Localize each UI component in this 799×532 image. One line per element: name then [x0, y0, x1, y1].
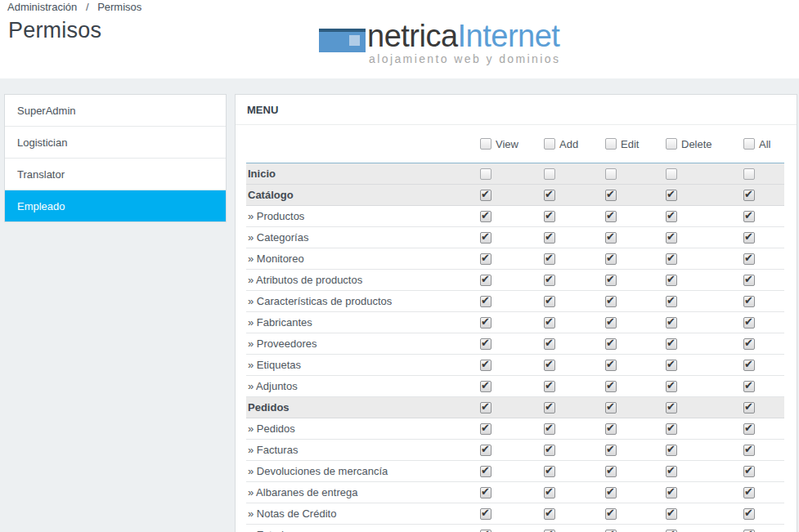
checkbox-categorias-delete[interactable]	[666, 232, 677, 244]
company-logo[interactable]: netricaInternet alojamiento web y domini…	[319, 20, 560, 65]
header-checkbox-edit[interactable]	[605, 138, 617, 150]
checkbox-atributos-de-productos-add[interactable]	[544, 275, 555, 286]
checkbox-fabricantes-add[interactable]	[544, 317, 555, 329]
sidebar-item-logistician[interactable]: Logistician	[5, 127, 226, 159]
checkbox-atributos-de-productos-edit[interactable]	[605, 275, 617, 286]
checkbox-adjuntos-add[interactable]	[544, 381, 555, 392]
checkbox-pedidos-edit[interactable]	[605, 423, 617, 435]
row-label: » Atributos de productos	[246, 270, 479, 291]
checkbox-notas-de-credito-view[interactable]	[480, 508, 492, 520]
row-label: » Fabricantes	[246, 312, 479, 333]
checkbox-devoluciones-de-mercancia-delete[interactable]	[666, 466, 677, 477]
checkbox-monitoreo-all[interactable]	[743, 253, 755, 265]
checkbox-facturas-add[interactable]	[544, 445, 555, 456]
checkbox-inicio-edit[interactable]	[605, 168, 617, 180]
checkbox-devoluciones-de-mercancia-view[interactable]	[480, 466, 492, 477]
header-checkbox-view[interactable]	[480, 138, 492, 150]
checkbox-monitoreo-delete[interactable]	[666, 253, 677, 265]
checkbox-notas-de-credito-delete[interactable]	[666, 508, 677, 520]
checkbox-etiquetas-add[interactable]	[544, 360, 555, 371]
checkbox-pedidos-view[interactable]	[480, 402, 492, 414]
checkbox-categorias-all[interactable]	[743, 232, 755, 244]
checkbox-inicio-delete[interactable]	[666, 168, 677, 180]
checkbox-facturas-all[interactable]	[743, 445, 755, 456]
checkbox-monitoreo-view[interactable]	[480, 253, 492, 265]
checkbox-pedidos-delete[interactable]	[666, 423, 677, 435]
checkbox-caracteristicas-de-productos-add[interactable]	[544, 296, 555, 307]
checkbox-adjuntos-view[interactable]	[480, 381, 492, 392]
checkbox-productos-all[interactable]	[743, 211, 755, 222]
checkbox-etiquetas-all[interactable]	[743, 360, 755, 371]
checkbox-devoluciones-de-mercancia-add[interactable]	[544, 466, 555, 477]
checkbox-albaranes-de-entrega-edit[interactable]	[605, 487, 617, 498]
checkbox-albaranes-de-entrega-all[interactable]	[743, 487, 755, 498]
checkbox-proveedores-edit[interactable]	[605, 338, 617, 350]
checkbox-facturas-view[interactable]	[480, 445, 492, 456]
checkbox-notas-de-credito-edit[interactable]	[605, 508, 617, 520]
checkbox-caracteristicas-de-productos-delete[interactable]	[666, 296, 677, 307]
checkbox-inicio-add[interactable]	[544, 168, 555, 180]
checkbox-categorias-add[interactable]	[544, 232, 555, 244]
checkbox-caracteristicas-de-productos-edit[interactable]	[605, 296, 617, 307]
column-header-all: All	[743, 125, 784, 163]
checkbox-atributos-de-productos-view[interactable]	[480, 275, 492, 286]
breadcrumb-current-permisos[interactable]: Permisos	[97, 1, 141, 13]
checkbox-catalogo-delete[interactable]	[666, 190, 677, 201]
checkbox-pedidos-add[interactable]	[544, 423, 555, 435]
checkbox-pedidos-delete[interactable]	[666, 402, 677, 414]
checkbox-categorias-edit[interactable]	[605, 232, 617, 244]
checkbox-pedidos-add[interactable]	[544, 402, 555, 414]
checkbox-pedidos-all[interactable]	[743, 402, 755, 414]
checkbox-catalogo-edit[interactable]	[605, 190, 617, 201]
checkbox-productos-view[interactable]	[480, 211, 492, 222]
checkbox-catalogo-add[interactable]	[544, 190, 555, 201]
checkbox-devoluciones-de-mercancia-edit[interactable]	[605, 466, 617, 477]
checkbox-albaranes-de-entrega-delete[interactable]	[666, 487, 677, 498]
sidebar-item-superadmin[interactable]: SuperAdmin	[5, 95, 226, 127]
sidebar-item-translator[interactable]: Translator	[5, 159, 226, 190]
checkbox-catalogo-view[interactable]	[480, 190, 492, 201]
checkbox-albaranes-de-entrega-add[interactable]	[544, 487, 555, 498]
checkbox-etiquetas-view[interactable]	[480, 360, 492, 371]
checkbox-proveedores-add[interactable]	[544, 338, 555, 350]
checkbox-categorias-view[interactable]	[480, 232, 492, 244]
checkbox-atributos-de-productos-delete[interactable]	[666, 275, 677, 286]
checkbox-proveedores-view[interactable]	[480, 338, 492, 350]
checkbox-productos-edit[interactable]	[605, 211, 617, 222]
checkbox-fabricantes-all[interactable]	[743, 317, 755, 329]
checkbox-inicio-view[interactable]	[480, 168, 492, 180]
checkbox-fabricantes-edit[interactable]	[605, 317, 617, 329]
checkbox-pedidos-view[interactable]	[480, 423, 492, 435]
checkbox-fabricantes-view[interactable]	[480, 317, 492, 329]
checkbox-caracteristicas-de-productos-view[interactable]	[480, 296, 492, 307]
checkbox-adjuntos-edit[interactable]	[605, 381, 617, 392]
checkbox-pedidos-edit[interactable]	[605, 402, 617, 414]
sidebar-item-empleado[interactable]: Empleado	[5, 190, 226, 221]
header-checkbox-add[interactable]	[544, 138, 555, 150]
checkbox-adjuntos-delete[interactable]	[666, 381, 677, 392]
breadcrumb-link-administracion[interactable]: Administración	[7, 1, 77, 13]
checkbox-etiquetas-edit[interactable]	[605, 360, 617, 371]
checkbox-facturas-delete[interactable]	[666, 445, 677, 456]
checkbox-albaranes-de-entrega-view[interactable]	[480, 487, 492, 498]
checkbox-fabricantes-delete[interactable]	[666, 317, 677, 329]
checkbox-productos-delete[interactable]	[666, 211, 677, 222]
checkbox-notas-de-credito-add[interactable]	[544, 508, 555, 520]
checkbox-catalogo-all[interactable]	[743, 190, 755, 201]
checkbox-adjuntos-all[interactable]	[743, 381, 755, 392]
checkbox-monitoreo-add[interactable]	[544, 253, 555, 265]
checkbox-caracteristicas-de-productos-all[interactable]	[743, 296, 755, 307]
checkbox-facturas-edit[interactable]	[605, 445, 617, 456]
header-checkbox-all[interactable]	[743, 138, 755, 150]
checkbox-inicio-all[interactable]	[743, 168, 755, 180]
checkbox-notas-de-credito-all[interactable]	[743, 508, 755, 520]
checkbox-etiquetas-delete[interactable]	[666, 360, 677, 371]
checkbox-monitoreo-edit[interactable]	[605, 253, 617, 265]
checkbox-atributos-de-productos-all[interactable]	[743, 275, 755, 286]
checkbox-proveedores-delete[interactable]	[666, 338, 677, 350]
checkbox-pedidos-all[interactable]	[743, 423, 755, 435]
header-checkbox-delete[interactable]	[666, 138, 677, 150]
checkbox-proveedores-all[interactable]	[743, 338, 755, 350]
checkbox-devoluciones-de-mercancia-all[interactable]	[743, 466, 755, 477]
checkbox-productos-add[interactable]	[544, 211, 555, 222]
